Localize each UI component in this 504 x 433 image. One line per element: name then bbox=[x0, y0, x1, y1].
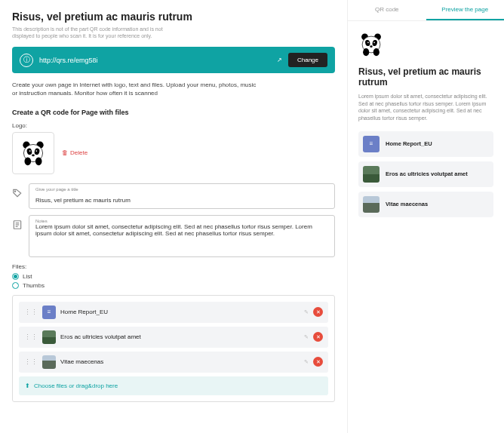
drag-handle-icon[interactable]: ⋮⋮ bbox=[24, 358, 38, 366]
title-field-label: Give your page a title bbox=[35, 187, 328, 192]
edit-icon[interactable]: ✎ bbox=[304, 359, 309, 365]
helper-text: Create your own page in Internet with lo… bbox=[12, 81, 261, 97]
preview-title: Risus, vel pretium ac mauris rutrum bbox=[358, 66, 493, 88]
file-name: Eros ac ultricies volutpat amet bbox=[60, 333, 300, 340]
title-input[interactable] bbox=[35, 197, 328, 204]
radio-thumbs[interactable]: Thumbs bbox=[12, 282, 335, 289]
title-field-wrap[interactable]: Give your page a title bbox=[29, 183, 335, 209]
logo-label: Logo: bbox=[12, 122, 335, 129]
preview-description: Lorem ipsum dolor sit amet, consectetur … bbox=[358, 93, 493, 122]
info-icon: ⓘ bbox=[20, 54, 33, 67]
page-title: Risus, vel pretium ac mauris rutrum bbox=[12, 11, 335, 23]
file-name: Vitae maecenas bbox=[60, 358, 300, 365]
delete-logo-button[interactable]: 🗑 Delete bbox=[62, 149, 88, 156]
preview-pane: Risus, vel pretium ac mauris rutrum Lore… bbox=[348, 21, 504, 433]
tab-qr-code[interactable]: QR code bbox=[348, 0, 426, 20]
preview-file-item[interactable]: Eros ac ultricies volutpat amet bbox=[358, 161, 493, 187]
edit-icon[interactable]: ✎ bbox=[304, 309, 309, 315]
notes-icon bbox=[12, 220, 23, 230]
qr-url: http://qrs.re/emg58i bbox=[39, 57, 271, 64]
url-bar: ⓘ http://qrs.re/emg58i ↗ Change bbox=[12, 47, 335, 73]
tab-preview[interactable]: Preview the page bbox=[426, 0, 505, 20]
file-name: Home Report_EU bbox=[60, 309, 300, 315]
file-item: ⋮⋮ Eros ac ultricies volutpat amet ✎ ✕ bbox=[19, 327, 328, 348]
file-thumb: ≡ bbox=[42, 306, 56, 319]
edit-icon[interactable]: ✎ bbox=[304, 334, 309, 340]
drag-handle-icon[interactable]: ⋮⋮ bbox=[24, 333, 38, 341]
change-button[interactable]: Change bbox=[288, 53, 327, 67]
preview-file-item[interactable]: Vitae maecenas bbox=[358, 192, 493, 217]
remove-file-button[interactable]: ✕ bbox=[313, 307, 323, 317]
page-subtitle: This description is not of the part QR c… bbox=[12, 26, 163, 39]
external-link-icon[interactable]: ↗ bbox=[277, 57, 282, 63]
remove-file-button[interactable]: ✕ bbox=[313, 332, 323, 342]
upload-icon: ⬆ bbox=[25, 382, 30, 389]
preview-tabs: QR code Preview the page bbox=[348, 0, 504, 21]
notes-textarea[interactable] bbox=[35, 223, 328, 250]
section-title: Create a QR code for Page with files bbox=[12, 109, 335, 116]
file-thumb bbox=[363, 196, 380, 213]
remove-file-button[interactable]: ✕ bbox=[313, 357, 323, 367]
file-thumb bbox=[42, 330, 56, 344]
files-box: ⋮⋮ ≡ Home Report_EU ✎ ✕ ⋮⋮ Eros ac ultri… bbox=[12, 295, 335, 402]
file-dropzone[interactable]: ⬆ Choose files or drag&drop here bbox=[19, 376, 328, 395]
file-item: ⋮⋮ Vitae maecenas ✎ ✕ bbox=[19, 352, 328, 373]
radio-list[interactable]: List bbox=[12, 273, 335, 280]
file-thumb bbox=[363, 166, 380, 183]
tag-icon bbox=[12, 188, 23, 198]
logo-preview bbox=[12, 132, 54, 174]
file-item: ⋮⋮ ≡ Home Report_EU ✎ ✕ bbox=[19, 302, 328, 323]
notes-field-wrap[interactable]: Notes bbox=[29, 215, 335, 257]
svg-point-10 bbox=[15, 191, 16, 192]
drag-handle-icon[interactable]: ⋮⋮ bbox=[24, 309, 38, 316]
trash-icon: 🗑 bbox=[62, 149, 68, 156]
files-label: Files: bbox=[12, 263, 335, 270]
file-thumb: ≡ bbox=[363, 136, 380, 152]
preview-file-item[interactable]: ≡ Home Report_EU bbox=[358, 131, 493, 157]
preview-logo bbox=[358, 32, 384, 57]
file-thumb bbox=[42, 355, 56, 369]
